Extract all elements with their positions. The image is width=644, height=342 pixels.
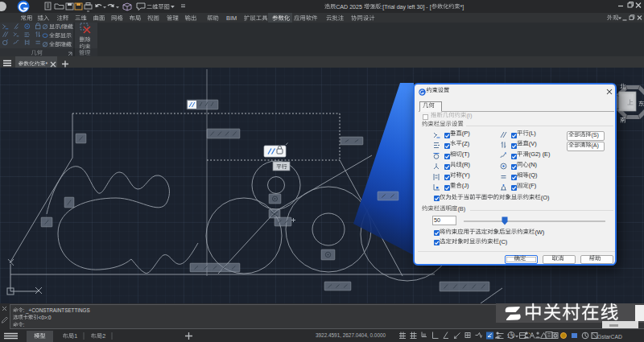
svg-text:(Y): (Y) [462,171,470,179]
svg-text:(J): (J) [462,182,469,189]
svg-text:(S): (S) [591,132,598,138]
svg-text:(Z): (Z) [462,140,469,147]
svg-text:2: 2 [102,332,105,340]
svg-text:3922.4591, 2627.0404, 0.0000: 3922.4591, 2627.0404, 0.0000 [316,332,386,338]
svg-text:50: 50 [434,216,440,224]
svg-text:(Q): (Q) [529,171,538,179]
svg-text:CAD 2025: CAD 2025 [336,4,362,10]
svg-text:(R): (R) [462,161,470,168]
svg-text:(C): (C) [499,238,507,245]
svg-text:(B): (B) [457,205,465,212]
svg-text:*: * [46,61,48,67]
svg-text:(P): (P) [462,130,470,137]
svg-text:(I): (I) [466,112,472,119]
svg-text:(N): (N) [529,161,537,168]
svg-text:GstarCAD: GstarCAD [597,334,622,340]
svg-text:1:1: 1:1 [507,333,514,339]
svg-text:(V): (V) [529,140,537,147]
svg-text:(W): (W) [535,229,544,236]
svg-text:1: 1 [74,332,77,340]
svg-text:: _+CONSTRAINTSETTINGS: : _+CONSTRAINTSETTINGS [23,307,90,314]
svg-text:(L): (L) [529,130,536,137]
svg-text:<0>:0: <0>:0 [39,315,52,320]
svg-text:(T): (T) [462,150,469,158]
svg-text:(G2) (E): (G2) (E) [529,150,551,158]
svg-text:(F): (F) [529,182,536,189]
svg-text::[Trial day left 30] - [: :[Trial day left 30] - [ [381,4,431,10]
svg-text:/: / [60,24,62,30]
svg-text:(O): (O) [541,194,550,201]
svg-text::: : [23,322,25,328]
svg-text:*]: *] [460,4,464,10]
svg-text:BIM: BIM [226,14,237,22]
svg-text:(A): (A) [591,142,598,149]
